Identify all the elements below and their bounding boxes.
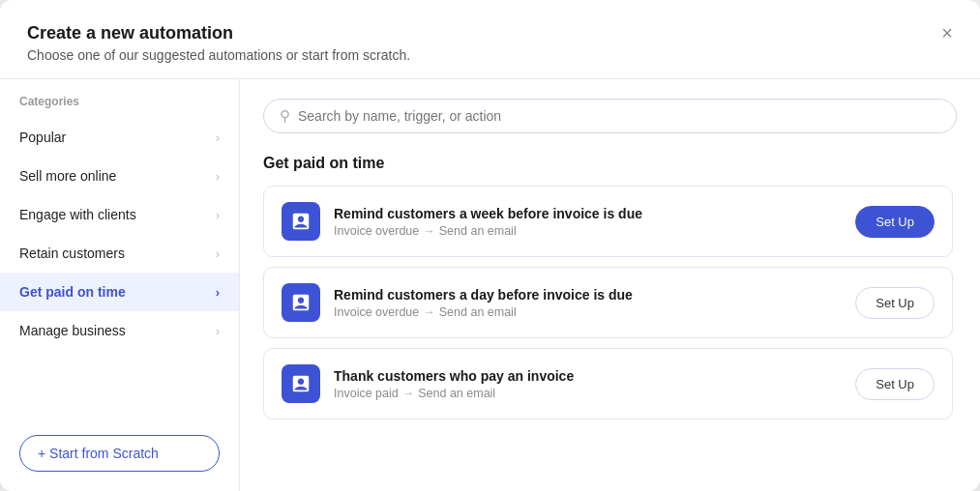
automation-description: Invoice paid → Send an email	[334, 387, 842, 400]
chevron-right-icon: ›	[216, 285, 220, 300]
sidebar-item-label: Retain customers	[19, 246, 125, 261]
trigger-label: Invoice paid	[334, 387, 399, 400]
close-button[interactable]: ×	[937, 19, 957, 46]
document-icon	[290, 373, 312, 394]
modal-subtitle: Choose one of our suggested automations …	[27, 47, 953, 63]
automation-info: Thank customers who pay an invoice Invoi…	[334, 368, 842, 400]
automation-info: Remind customers a week before invoice i…	[334, 206, 842, 238]
setup-button-2[interactable]: Set Up	[855, 368, 935, 400]
sidebar-item-sell-more-online[interactable]: Sell more online›	[0, 157, 239, 195]
modal-title: Create a new automation	[27, 23, 953, 43]
sidebar-item-label: Popular	[19, 130, 66, 145]
automation-name: Remind customers a day before invoice is…	[334, 287, 842, 303]
trigger-label: Invoice overdue	[334, 305, 419, 319]
automation-name: Remind customers a week before invoice i…	[334, 206, 842, 221]
modal-body: Categories Popular›Sell more online›Enga…	[0, 79, 980, 491]
sidebar: Categories Popular›Sell more online›Enga…	[0, 79, 240, 491]
chevron-right-icon: ›	[216, 169, 220, 184]
automation-icon	[282, 364, 320, 403]
action-label: Send an email	[439, 224, 517, 238]
sidebar-item-label: Engage with clients	[19, 207, 136, 222]
search-bar: ⚲	[263, 99, 957, 133]
create-automation-modal: Create a new automation Choose one of ou…	[0, 0, 980, 491]
automation-card: Thank customers who pay an invoice Invoi…	[263, 348, 953, 419]
main-content: ⚲ Get paid on time Remind customers a we…	[240, 79, 980, 491]
setup-button-1[interactable]: Set Up	[855, 287, 935, 319]
trigger-label: Invoice overdue	[334, 224, 419, 238]
chevron-right-icon: ›	[216, 324, 220, 338]
action-label: Send an email	[418, 387, 495, 400]
automation-description: Invoice overdue → Send an email	[334, 305, 842, 319]
sidebar-item-retain-customers[interactable]: Retain customers›	[0, 234, 239, 273]
automation-description: Invoice overdue → Send an email	[334, 224, 842, 238]
arrow-icon: →	[423, 305, 435, 319]
document-icon	[290, 292, 312, 313]
automation-icon	[282, 283, 320, 322]
section-title: Get paid on time	[263, 155, 957, 172]
action-label: Send an email	[439, 305, 517, 319]
sidebar-item-popular[interactable]: Popular›	[0, 118, 239, 157]
search-input[interactable]	[298, 108, 940, 124]
automations-list: Remind customers a week before invoice i…	[263, 186, 957, 472]
arrow-icon: →	[402, 387, 415, 400]
chevron-right-icon: ›	[216, 208, 220, 222]
automation-name: Thank customers who pay an invoice	[334, 368, 842, 384]
arrow-icon: →	[423, 224, 435, 238]
sidebar-item-label: Get paid on time	[19, 284, 126, 300]
modal-header: Create a new automation Choose one of ou…	[0, 0, 980, 79]
chevron-right-icon: ›	[216, 246, 220, 261]
automation-card: Remind customers a day before invoice is…	[263, 267, 953, 338]
start-from-scratch-button[interactable]: + Start from Scratch	[19, 435, 220, 472]
setup-button-0[interactable]: Set Up	[855, 206, 935, 238]
sidebar-item-label: Sell more online	[19, 168, 116, 184]
sidebar-item-engage-with-clients[interactable]: Engage with clients›	[0, 195, 239, 234]
automation-icon	[282, 202, 320, 241]
document-icon	[290, 211, 312, 232]
sidebar-item-get-paid-on-time[interactable]: Get paid on time›	[0, 273, 239, 311]
sidebar-item-label: Manage business	[19, 323, 126, 338]
automation-card: Remind customers a week before invoice i…	[263, 186, 953, 257]
automation-info: Remind customers a day before invoice is…	[334, 287, 842, 319]
categories-label: Categories	[0, 95, 239, 118]
chevron-right-icon: ›	[216, 130, 220, 145]
search-icon: ⚲	[280, 107, 290, 125]
sidebar-item-manage-business[interactable]: Manage business›	[0, 311, 239, 350]
